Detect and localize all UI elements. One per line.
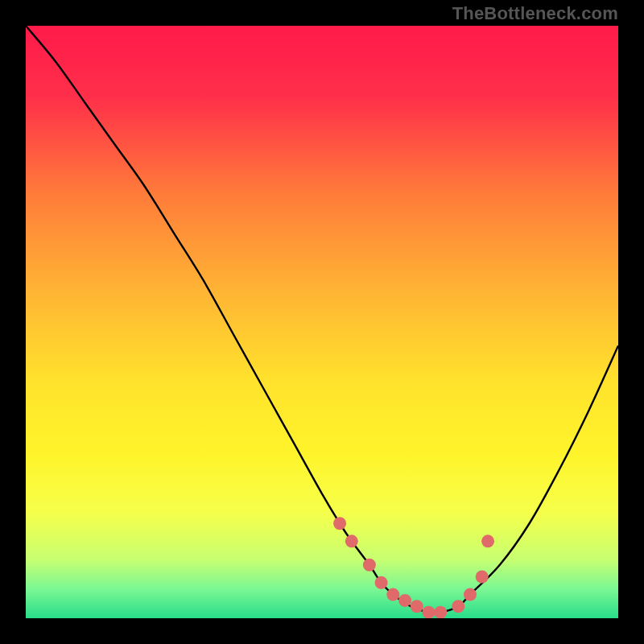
marker-dot	[375, 576, 388, 589]
plot-area	[26, 26, 618, 618]
watermark-text: TheBottleneck.com	[452, 3, 618, 24]
marker-dot	[411, 600, 423, 613]
marker-dot	[464, 588, 477, 601]
marker-dot	[434, 606, 447, 618]
chart-frame: TheBottleneck.com	[0, 0, 644, 644]
marker-dot	[481, 535, 494, 547]
markers-group	[333, 517, 494, 618]
marker-dot	[345, 535, 358, 547]
curve-layer	[26, 26, 618, 618]
marker-dot	[333, 517, 346, 530]
marker-dot	[386, 588, 399, 601]
marker-dot	[363, 559, 376, 572]
marker-dot	[476, 570, 489, 583]
marker-dot	[452, 600, 464, 613]
marker-dot	[398, 594, 411, 607]
marker-dot	[422, 606, 435, 618]
bottleneck-curve	[26, 26, 618, 613]
